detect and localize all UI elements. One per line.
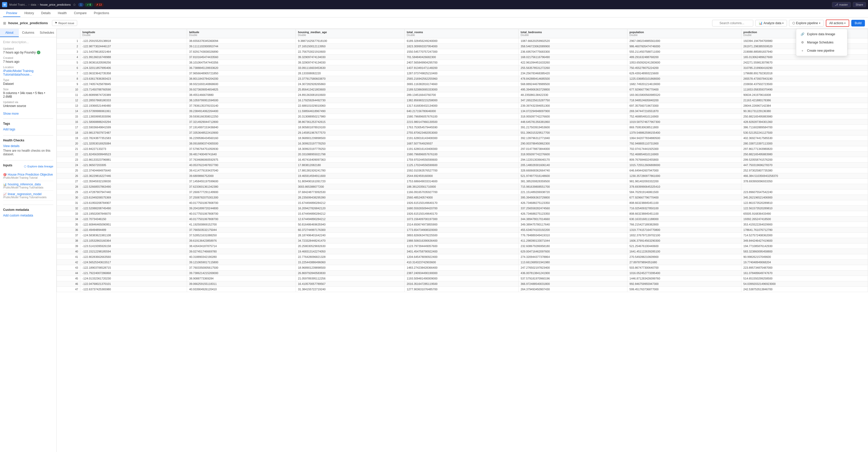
explore-pipeline-button[interactable]: ⬡ Explore pipeline ▾ bbox=[789, 20, 824, 27]
cell-housing-median-age: 20.313088950217980 bbox=[296, 114, 405, 119]
cell-total-rooms: 1166.091657035927700 bbox=[405, 190, 519, 195]
custom-meta-section: Custom metadata Add custom metadata bbox=[3, 208, 53, 217]
add-tags-link[interactable]: Add tags bbox=[3, 128, 15, 131]
col-header-total-bedrooms[interactable]: total_bedrooms Double bbox=[518, 29, 627, 38]
cell-total-bedrooms: 297.014778873844000 bbox=[518, 146, 627, 152]
cell-latitude: 38.8011843784204200 bbox=[187, 76, 296, 82]
cell-prediction: 179688.891792302018 bbox=[741, 71, 868, 76]
tab-health[interactable]: Health bbox=[55, 10, 70, 17]
col-header-housing-median-age[interactable]: housing_median_age Double bbox=[296, 29, 405, 38]
meta-size: Size 9 columns • 34k rows • 5 files • 2.… bbox=[3, 88, 53, 98]
cell-latitude: 37.528521631088250 bbox=[187, 233, 296, 238]
cell-latitude: 40.933904926120410 bbox=[187, 287, 296, 292]
col-header-total-rooms[interactable]: total_rooms Double bbox=[405, 29, 519, 38]
cell-population: 808.663238845451100 bbox=[627, 211, 741, 217]
cell-population: 1682.749201214619000 bbox=[627, 82, 741, 87]
table-row: 4-121.9913601674998837.81016454744335603… bbox=[57, 55, 868, 60]
cell-population: 629.439148993215600 bbox=[627, 71, 741, 76]
cell-population: 1230.357280977861000 bbox=[627, 173, 741, 179]
cell-total-bedrooms: 239.397432394051300 bbox=[518, 103, 627, 108]
cell-longitude: -121.96507203305 bbox=[80, 162, 187, 168]
branch-selector[interactable]: ⎇ master bbox=[832, 2, 851, 7]
lineage-icon-small: ⬡ bbox=[24, 165, 27, 168]
meta-created: Created 7 hours ago bbox=[3, 56, 53, 64]
cell-housing-median-age: 39.329097474134030 bbox=[296, 55, 405, 60]
tab-history[interactable]: History bbox=[21, 10, 37, 17]
breadcrumb-data[interactable]: data bbox=[31, 3, 36, 6]
cell-total-bedrooms: 1087.66620259902520 bbox=[518, 38, 627, 44]
sidebar: About Columns Schedules Enter descriptio… bbox=[0, 29, 57, 452]
star-button[interactable]: ☆ bbox=[73, 3, 76, 7]
tab-compare[interactable]: Compare bbox=[71, 10, 90, 17]
sidebar-tab-schedules[interactable]: Schedules bbox=[37, 29, 56, 37]
cell-prediction: 111653.058359370490 bbox=[741, 87, 868, 92]
breadcrumb-app[interactable]: Model Traini... bbox=[9, 3, 27, 6]
cell-prediction: 21163.421880178386 bbox=[741, 98, 868, 103]
tab-preview[interactable]: Preview bbox=[3, 10, 20, 17]
cell-housing-median-age: 17.883812082180 bbox=[296, 162, 405, 168]
cell-housing-median-age: 15.674494890284212 bbox=[296, 211, 405, 217]
col-header-latitude[interactable]: latitude Double bbox=[187, 29, 296, 38]
inputs-section: Inputs ⬡ Explore data lineage 🎯 House Pr… bbox=[3, 164, 53, 200]
cell-total-bedrooms: 113.661368501941980 bbox=[518, 260, 627, 265]
cell-total-rooms: 1773.654734908320000 bbox=[405, 227, 519, 233]
cell-total-rooms: 1287.073749825210400 bbox=[405, 71, 519, 76]
tab-projections[interactable]: Projections bbox=[91, 10, 112, 17]
col-header-longitude[interactable]: longitude Double bbox=[80, 29, 187, 38]
search-input[interactable] bbox=[712, 20, 753, 27]
all-actions-button[interactable]: All actions ▾ bbox=[826, 20, 849, 27]
explore-lineage-link[interactable]: ⬡ Explore data lineage bbox=[24, 165, 53, 168]
cell-population: 1053.650926241383600 bbox=[627, 60, 741, 65]
cell-housing-median-age: 15.674494890284212 bbox=[296, 200, 405, 206]
divider-1 bbox=[3, 119, 53, 119]
cell-housing-median-age: 27.165150012113950 bbox=[296, 44, 405, 49]
table-row: 47-122.6373742536598040.9339049261204103… bbox=[57, 287, 868, 292]
row-number: 37 bbox=[57, 233, 80, 238]
cell-prediction: 428.828287394301360 bbox=[741, 119, 868, 125]
sidebar-tab-about[interactable]: About bbox=[0, 29, 19, 37]
cell-latitude: 40.0177501067808700 bbox=[187, 200, 296, 206]
data-table-wrap[interactable]: longitude Double latitude Double housing… bbox=[57, 29, 868, 452]
cell-housing-median-age: 11.598564618967490 bbox=[296, 108, 405, 114]
dataset-title: house_price_predictions bbox=[8, 21, 48, 25]
sidebar-tab-columns[interactable]: Columns bbox=[19, 29, 37, 37]
cell-housing-median-age: 3003.865388077200 bbox=[296, 184, 405, 190]
add-custom-metadata-link[interactable]: Add custom metadata bbox=[3, 214, 33, 217]
cell-prediction: 402.369274417585530 bbox=[741, 135, 868, 141]
col-header-population[interactable]: population Double bbox=[627, 29, 741, 38]
cell-prediction: 299.520558741576200 bbox=[741, 157, 868, 162]
cell-longitude: -122.13659995303096 bbox=[80, 114, 187, 119]
report-issue-button[interactable]: ⚑ Report issue bbox=[52, 20, 77, 26]
cell-total-rooms: 1580.796896057676100 bbox=[405, 114, 519, 119]
view-details-link[interactable]: View details bbox=[3, 144, 53, 148]
model-icon: 📈 bbox=[3, 193, 7, 196]
cell-population: 1064.942077834880500 bbox=[627, 135, 741, 141]
cell-prediction: 250.882165495883980 bbox=[741, 152, 868, 157]
row-number: 36 bbox=[57, 227, 80, 233]
dropdown-item-lineage[interactable]: 🔗 Explore data lineage bbox=[796, 30, 847, 38]
cell-latitude: 38.426434187875714 bbox=[187, 244, 296, 249]
dropdown-item-schedules[interactable]: ⚙ Manage Schedules bbox=[796, 38, 847, 46]
analyze-data-button[interactable]: 📊 Analyze data ▾ bbox=[755, 20, 787, 27]
cell-prediction: 54.039920321496923000 bbox=[741, 281, 868, 287]
cell-population: 599.451763736877000 bbox=[627, 287, 741, 292]
dropdown-item-new-pipeline[interactable]: ＋ Create new pipeline bbox=[796, 46, 847, 55]
cell-longitude: -123.51419395926158 bbox=[80, 244, 187, 249]
share-button[interactable]: Share bbox=[853, 2, 866, 7]
build-button[interactable]: Build bbox=[851, 20, 865, 27]
cell-longitude: -123.90361620599256 bbox=[80, 60, 187, 65]
show-more-link[interactable]: Show more bbox=[3, 112, 53, 116]
objective-icon: 🎯 bbox=[3, 173, 7, 176]
cell-total-bedrooms: 381.385200828359500 bbox=[518, 179, 627, 184]
cell-longitude: -122.84227133273 bbox=[80, 146, 187, 152]
cell-total-bedrooms: 426.734688275123350 bbox=[518, 200, 627, 206]
cell-longitude: -120.80899874720389 bbox=[80, 92, 187, 98]
cell-total-bedrooms: 495.394906363729800 bbox=[518, 87, 627, 92]
description-placeholder[interactable]: Enter description... bbox=[3, 40, 53, 44]
cell-population: 716.025409327850100 bbox=[627, 206, 741, 211]
tab-details[interactable]: Details bbox=[38, 10, 54, 17]
cell-latitude: 37.7836135378153140 bbox=[187, 103, 296, 108]
row-number: 35 bbox=[57, 222, 80, 227]
cell-total-rooms: 2387.240934490190000 bbox=[405, 270, 519, 276]
cell-latitude: 39.4114779193437040 bbox=[187, 168, 296, 173]
